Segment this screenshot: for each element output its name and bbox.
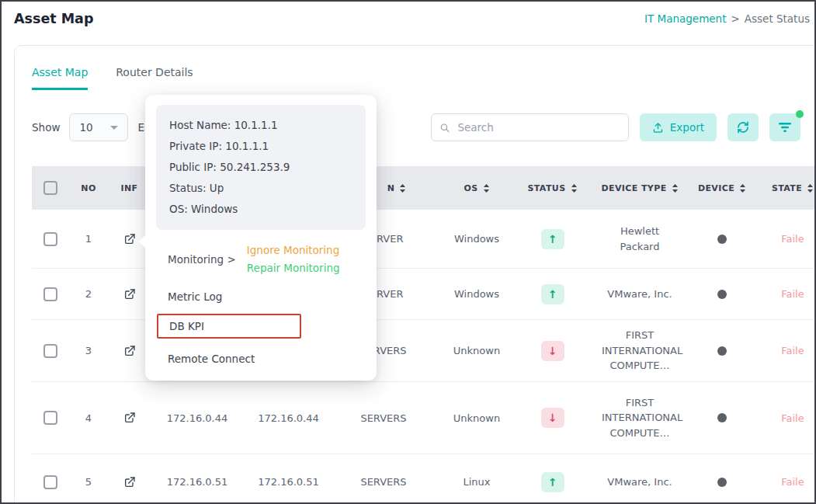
cell-private-ip: 172.16.0.44 (151, 412, 244, 424)
cell-state: Faile (750, 412, 816, 424)
cell-state: Faile (750, 288, 816, 300)
header-device[interactable]: DEVICE (694, 183, 750, 193)
monitoring-submenu: Ignore Monitoring Repair Monitoring (247, 242, 340, 276)
host-name-line: Host Name: 10.1.1.1 (169, 115, 352, 136)
tab-asset-map[interactable]: Asset Map (32, 66, 88, 90)
status-pill: ↑ (541, 472, 564, 492)
cell-no: 1 (69, 233, 108, 245)
cell-no: 3 (69, 345, 108, 356)
public-ip-line: Public IP: 50.241.253.9 (169, 157, 352, 178)
menu-item-remote-connect[interactable]: Remote Connect (156, 353, 366, 365)
cell-public-ip: 172.16.0.44 (244, 412, 333, 424)
search-box[interactable] (431, 113, 629, 141)
status-pill: ↑ (541, 229, 564, 249)
breadcrumb-current: Asset Status (745, 12, 810, 25)
menu-item-ignore-monitoring[interactable]: Ignore Monitoring (247, 242, 340, 259)
page-size-select[interactable]: 10 (69, 113, 128, 141)
breadcrumb-link-it-management[interactable]: IT Management (644, 12, 726, 25)
content-card: Asset Map Router Details Show 10 Entries… (14, 45, 816, 504)
row-checkbox[interactable] (43, 411, 57, 425)
host-info-panel: Host Name: 10.1.1.1 Private IP: 10.1.1.1… (156, 105, 366, 230)
cell-private-ip: 172.16.0.51 (151, 476, 244, 488)
row-checkbox[interactable] (43, 287, 57, 301)
status-pill: ↓ (541, 408, 564, 428)
device-status-dot (717, 290, 727, 299)
cell-os: Windows (434, 288, 519, 300)
table-row: 5 172.16.0.51 172.16.0.51 SERVERS Linux … (32, 454, 816, 504)
menu-item-metric-log[interactable]: Metric Log (156, 290, 366, 303)
chevron-down-icon (110, 126, 118, 130)
show-label: Show (32, 121, 60, 134)
cell-classification: SERVERS (333, 476, 434, 488)
cell-classification: SERVERS (333, 412, 434, 424)
status-pill: ↑ (541, 284, 564, 304)
external-link-icon[interactable] (123, 288, 136, 301)
menu-item-repair-monitoring[interactable]: Repair Monitoring (247, 260, 340, 276)
refresh-icon (736, 120, 750, 134)
header-device-type[interactable]: DEVICE TYPE (585, 183, 694, 193)
page-title: Asset Map (14, 11, 93, 26)
external-link-icon[interactable] (123, 345, 136, 357)
cell-state: Faile (750, 476, 816, 488)
toolbar: Export (431, 113, 800, 141)
cell-no: 2 (69, 288, 108, 300)
menu-item-db-kpi[interactable]: DB KPI (157, 314, 301, 339)
cell-state: Faile (750, 233, 816, 245)
cell-os: Unknown (434, 412, 519, 424)
export-icon (652, 122, 664, 134)
menu-item-monitoring[interactable]: Monitoring > (168, 253, 236, 266)
filter-button[interactable] (769, 113, 800, 141)
tab-router-details[interactable]: Router Details (116, 66, 193, 90)
device-status-dot (717, 413, 727, 422)
device-status-dot (717, 346, 727, 356)
sort-icon (571, 183, 578, 193)
status-line: Status: Up (169, 178, 352, 199)
header-no: NO (69, 183, 108, 193)
cell-os: Unknown (434, 345, 519, 356)
cell-device-type: FIRST INTERNATIONAL COMPUTE… (602, 328, 678, 374)
external-link-icon[interactable] (123, 476, 136, 488)
cell-device-type: FIRST INTERNATIONAL COMPUTE… (602, 395, 678, 441)
status-pill: ↓ (541, 341, 564, 361)
cell-device-type: Hewlett Packard (602, 224, 678, 254)
cell-no: 4 (69, 412, 108, 424)
sort-icon (399, 183, 406, 193)
sort-icon (672, 183, 679, 193)
cell-os: Linux (434, 476, 519, 488)
os-line: OS: Windows (169, 199, 352, 220)
cell-device-type: VMware, Inc. (607, 474, 672, 490)
asset-map-page: { "page": { "title": "Asset Map" }, "bre… (0, 0, 816, 504)
cell-public-ip: 172.16.0.51 (244, 476, 333, 488)
top-bar: Asset Map IT Management > Asset Status (2, 2, 814, 36)
cell-os: Windows (434, 233, 519, 245)
select-all-checkbox[interactable] (43, 181, 57, 195)
header-status[interactable]: STATUS (519, 183, 585, 193)
search-icon (439, 122, 450, 134)
sort-icon (739, 183, 746, 193)
export-button[interactable]: Export (640, 113, 717, 141)
header-info: INF (108, 183, 151, 193)
header-state[interactable]: STATE (750, 183, 816, 193)
export-label: Export (670, 121, 704, 134)
filter-icon (778, 122, 792, 133)
sort-icon (807, 183, 814, 193)
private-ip-line: Private IP: 10.1.1.1 (169, 136, 352, 157)
breadcrumb: IT Management > Asset Status (644, 12, 811, 25)
external-link-icon[interactable] (123, 412, 136, 424)
header-os[interactable]: OS (434, 183, 519, 193)
cell-no: 5 (69, 476, 108, 488)
row-checkbox[interactable] (43, 475, 57, 489)
device-status-dot (717, 235, 727, 244)
device-status-dot (717, 478, 727, 487)
cell-state: Faile (750, 345, 816, 356)
row-checkbox[interactable] (43, 232, 57, 246)
sort-icon (483, 183, 490, 193)
refresh-button[interactable] (727, 113, 759, 141)
filter-notification-dot (796, 110, 804, 118)
monitoring-menu-row: Monitoring > Ignore Monitoring Repair Mo… (156, 242, 366, 276)
row-checkbox[interactable] (43, 344, 57, 358)
tab-bar: Asset Map Router Details (15, 46, 816, 90)
breadcrumb-separator: > (731, 12, 739, 25)
external-link-icon[interactable] (123, 233, 136, 245)
search-input[interactable] (456, 120, 620, 134)
